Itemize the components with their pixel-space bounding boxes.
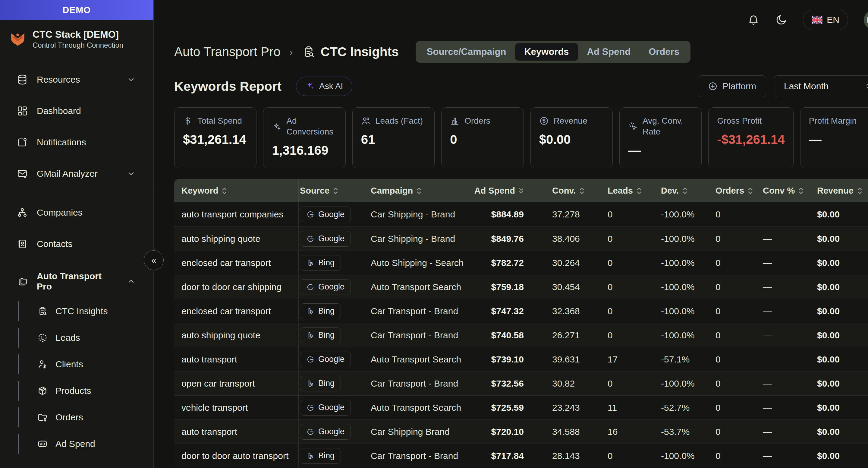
sidebar-item-companies[interactable]: Companies bbox=[0, 197, 153, 228]
cell-orders: 0 bbox=[714, 282, 762, 292]
kpi-card-orders: Orders0 bbox=[441, 107, 524, 168]
column-header-revenue[interactable]: Revenue bbox=[816, 186, 868, 196]
table-header-row: KeywordSourceCampaignAd SpendConv.LeadsD… bbox=[174, 179, 868, 202]
kpi-card-head: Avg. Conv. Rate bbox=[628, 116, 693, 137]
dashboard-icon bbox=[17, 106, 28, 116]
cell-keyword: enclosed car transport bbox=[174, 299, 299, 323]
sort-icon bbox=[416, 187, 422, 195]
cell-ad-spend: $759.18 bbox=[469, 282, 551, 292]
sort-icon bbox=[682, 187, 687, 195]
column-header-source[interactable]: Source bbox=[299, 186, 370, 196]
cell-revenue: $0.00 bbox=[816, 209, 868, 220]
period-select[interactable]: Last Month bbox=[774, 76, 868, 97]
breadcrumb-separator: › bbox=[290, 46, 293, 58]
kpi-card-value: -$31,261.14 bbox=[717, 133, 784, 147]
bing-icon bbox=[306, 307, 315, 315]
cell-conv-pct: — bbox=[762, 403, 816, 413]
database-icon bbox=[17, 74, 28, 85]
sidebar-item-resources[interactable]: Resources bbox=[0, 64, 153, 95]
cell-campaign: Car Transport - Brand bbox=[370, 451, 469, 461]
sidebar-subitem-leads[interactable]: Leads bbox=[0, 324, 153, 351]
tab-ad-spend[interactable]: Ad Spend bbox=[578, 43, 640, 61]
language-selector[interactable]: EN bbox=[803, 10, 848, 30]
cell-orders: 0 bbox=[714, 354, 762, 364]
column-header-conv[interactable]: Conv. bbox=[551, 186, 607, 196]
cell-leads: 0 bbox=[607, 209, 660, 220]
cell-leads: 0 bbox=[607, 451, 660, 461]
moon-icon[interactable] bbox=[775, 14, 787, 26]
source-label: Bing bbox=[318, 258, 335, 267]
sidebar-collapse-button[interactable]: « bbox=[144, 250, 164, 270]
column-header-conv-%[interactable]: Conv % bbox=[762, 186, 816, 196]
column-label: Keyword bbox=[181, 186, 218, 196]
cell-dev: -52.7% bbox=[660, 403, 714, 413]
kpi-card-label: Avg. Conv. Rate bbox=[643, 116, 693, 137]
cell-dev: -100.0% bbox=[660, 234, 714, 244]
kpi-card-value: $31,261.14 bbox=[183, 133, 248, 147]
cell-keyword: auto transport bbox=[174, 347, 299, 371]
sidebar-subitem-products[interactable]: Products bbox=[0, 378, 153, 404]
sidebar-item-gmail-analyzer[interactable]: GMail Analyzer bbox=[0, 158, 153, 189]
ad-badge-icon: AD bbox=[37, 439, 48, 449]
tab-source-campaign[interactable]: Source/Campaign bbox=[418, 43, 516, 61]
sidebar-subitem-ctc-insights[interactable]: CTC Insights bbox=[0, 298, 153, 324]
column-header-orders[interactable]: Orders bbox=[714, 186, 762, 196]
clipboard-search-icon bbox=[37, 306, 48, 316]
companies-icon bbox=[17, 207, 28, 218]
chevron-up-icon bbox=[127, 277, 135, 286]
submenu-rail bbox=[18, 407, 19, 427]
tab-keywords[interactable]: Keywords bbox=[515, 43, 578, 61]
sidebar-item-notifications[interactable]: Notifications bbox=[0, 127, 153, 158]
cell-source: Bing bbox=[299, 255, 370, 271]
kpi-card-value: 0 bbox=[450, 133, 515, 147]
source-label: Bing bbox=[318, 306, 335, 316]
sidebar-item-contacts[interactable]: Contacts bbox=[0, 228, 153, 260]
kpi-card-total-spend: Total Spend$31,261.14 bbox=[174, 107, 256, 168]
bell-icon[interactable] bbox=[747, 14, 760, 26]
kpi-card-head: Orders bbox=[450, 116, 515, 126]
table-row: auto transportGoogleCar Shipping Brand$7… bbox=[174, 419, 868, 444]
table-row: door to door car shippingGoogleAuto Tran… bbox=[174, 275, 868, 299]
ask-ai-button[interactable]: Ask AI bbox=[296, 77, 352, 96]
kpi-card-label: Gross Profit bbox=[717, 116, 762, 126]
cell-dev: -100.0% bbox=[660, 378, 714, 389]
app-root: DEMO CTC Stack [DEMO] Control Through Co… bbox=[0, 0, 868, 468]
sidebar-subitem-orders[interactable]: Orders bbox=[0, 404, 153, 431]
column-header-leads[interactable]: Leads bbox=[607, 186, 660, 196]
platform-button[interactable]: Platform bbox=[698, 76, 766, 97]
sidebar-item-dashboard[interactable]: Dashboard bbox=[0, 95, 153, 127]
tab-orders[interactable]: Orders bbox=[640, 43, 688, 61]
cell-keyword: vehicle transport bbox=[174, 396, 299, 419]
brand-subtitle: Control Through Connection bbox=[33, 40, 123, 50]
cell-orders: 0 bbox=[714, 209, 762, 220]
cell-source: Google bbox=[299, 400, 370, 415]
cell-source: Google bbox=[299, 231, 370, 247]
source-badge-google: Google bbox=[300, 352, 351, 367]
divider bbox=[0, 192, 153, 192]
sidebar-subitem-ad-spend[interactable]: ADAd Spend bbox=[0, 431, 153, 457]
cell-orders: 0 bbox=[714, 258, 762, 268]
cell-conv: 30.264 bbox=[551, 258, 607, 268]
kpi-card-head: Gross Profit bbox=[717, 116, 784, 126]
period-value: Last Month bbox=[784, 81, 829, 91]
cell-ad-spend: $782.72 bbox=[469, 258, 551, 268]
cell-campaign: Auto Shipping - Search bbox=[370, 258, 469, 268]
sidebar-subitem-clients[interactable]: Clients bbox=[0, 351, 153, 378]
sidebar-item-auto-transport-pro[interactable]: Auto Transport Pro bbox=[0, 265, 153, 298]
avatar[interactable]: MA bbox=[864, 10, 868, 29]
sort-icon bbox=[857, 187, 862, 195]
table-row: auto shipping quoteBingCar Transport - B… bbox=[174, 323, 868, 347]
cell-dev: -100.0% bbox=[660, 330, 714, 341]
breadcrumb-parent[interactable]: Auto Transport Pro bbox=[174, 45, 281, 59]
column-header-campaign[interactable]: Campaign bbox=[370, 186, 469, 196]
column-header-keyword[interactable]: Keyword bbox=[174, 179, 299, 202]
table-row: door to door auto transportBingCar Trans… bbox=[174, 444, 868, 468]
cell-campaign: Car Shipping Brand bbox=[370, 427, 469, 437]
google-icon bbox=[306, 235, 315, 243]
users-icon bbox=[361, 116, 371, 126]
column-header-dev[interactable]: Dev. bbox=[660, 186, 714, 196]
column-header-ad-spend[interactable]: Ad Spend bbox=[469, 186, 551, 196]
title-row: Keywords Report Ask AI Platform Last Mon… bbox=[174, 76, 868, 97]
kpi-card-label: Leads (Fact) bbox=[375, 116, 423, 126]
sort-icon bbox=[748, 187, 753, 195]
